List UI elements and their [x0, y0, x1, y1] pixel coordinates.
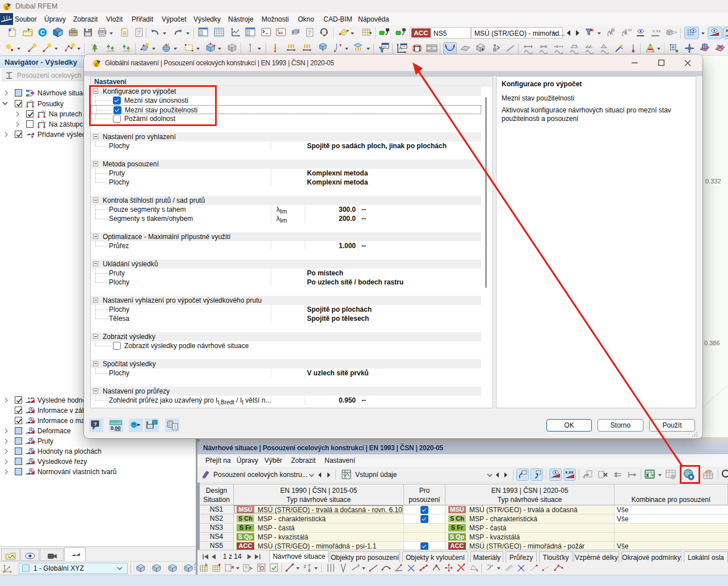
svg-text:0.00: 0.00 — [111, 425, 121, 431]
svg-text:C: C — [40, 29, 45, 36]
svg-text:6: 6 — [95, 62, 98, 68]
svg-text:6: 6 — [5, 5, 8, 11]
svg-text:x.xx: x.xx — [625, 28, 632, 32]
svg-text:x.xx: x.xx — [565, 470, 574, 475]
svg-text:sc: sc — [278, 30, 283, 35]
svg-text:2: 2 — [304, 564, 306, 569]
svg-text:x.xx: x.xx — [726, 28, 728, 33]
svg-text:x.xx: x.xx — [28, 396, 35, 400]
svg-text:?: ? — [94, 421, 97, 427]
svg-text:x.xx: x.xx — [653, 28, 660, 34]
